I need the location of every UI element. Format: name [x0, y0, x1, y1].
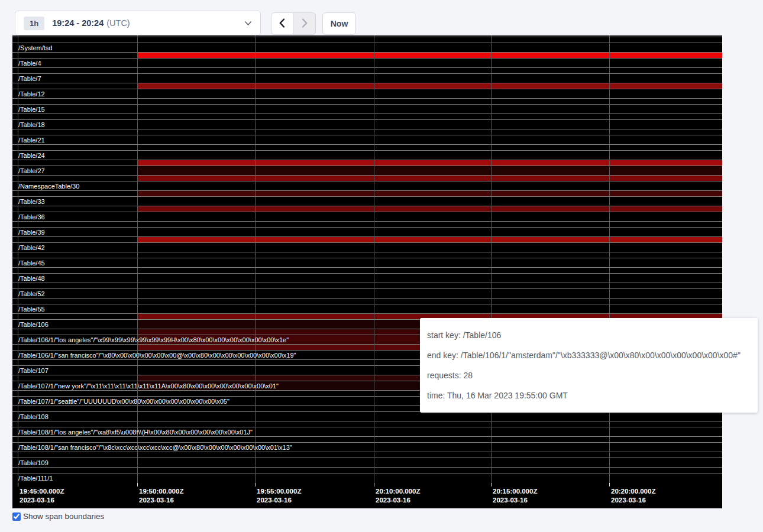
- axis-date: 2023-03-16: [257, 496, 301, 505]
- span-strip[interactable]: [12, 206, 722, 212]
- span-strip[interactable]: [12, 67, 722, 73]
- heatmap-row[interactable]: /Table/109: [12, 452, 722, 467]
- span-label-area[interactable]: /Table/52: [12, 288, 722, 298]
- span-label-area[interactable]: /Table/33: [12, 196, 722, 206]
- heatmap-row[interactable]: /Table/108/1/"los angeles"/"\xa8\xf5\u00…: [12, 421, 722, 436]
- row-label: /Table/48: [18, 274, 45, 283]
- heatmap-row[interactable]: /Table/55: [12, 298, 722, 313]
- heatmap-row[interactable]: /Table/33: [12, 190, 722, 206]
- span-strip[interactable]: [12, 113, 722, 119]
- span-label-area[interactable]: /Table/42: [12, 242, 722, 252]
- span-label-area[interactable]: /Table/15: [12, 104, 722, 113]
- row-label: /Table/55: [18, 305, 45, 313]
- heat-band[interactable]: [138, 160, 722, 166]
- row-label: /Table/7: [18, 74, 41, 83]
- row-label: /Table/106: [18, 320, 49, 329]
- next-time-button[interactable]: [293, 12, 316, 35]
- span-strip[interactable]: [12, 221, 722, 227]
- heat-band[interactable]: [138, 237, 722, 242]
- span-strip[interactable]: [12, 283, 722, 288]
- time-range-select[interactable]: 1h 19:24 - 20:24 (UTC): [15, 11, 261, 35]
- span-strip[interactable]: [12, 267, 722, 273]
- row-label: /Table/36: [18, 213, 45, 221]
- row-label: /Table/42: [18, 244, 45, 252]
- span-strip[interactable]: [12, 98, 722, 104]
- row-label: /Table/45: [18, 259, 45, 267]
- heatmap-row[interactable]: /Table/108/1/"san francisco"/"\x8c\xcc\x…: [12, 436, 722, 452]
- heatmap-row[interactable]: /Table/27: [12, 160, 722, 175]
- heatmap-row[interactable]: /Table/4: [12, 52, 722, 67]
- heatmap-row[interactable]: /Table/42: [12, 236, 722, 252]
- span-label-area[interactable]: /Table/7: [12, 73, 722, 83]
- span-label-area[interactable]: /Table/27: [12, 166, 722, 175]
- heatmap-row[interactable]: /NamespaceTable/30: [12, 175, 722, 190]
- span-strip[interactable]: [12, 452, 722, 458]
- span-label-area[interactable]: /Table/4: [12, 58, 722, 67]
- span-strip[interactable]: [12, 175, 722, 181]
- show-span-boundaries-control[interactable]: Show span boundaries: [12, 512, 104, 521]
- span-label-area[interactable]: /Table/18: [12, 119, 722, 129]
- heatmap-row[interactable]: /Table/15: [12, 98, 722, 113]
- heatmap-row[interactable]: /Table/18: [12, 113, 722, 129]
- heatmap-row[interactable]: /Table/7: [12, 67, 722, 83]
- span-label-area[interactable]: /Table/111/1: [12, 473, 722, 482]
- heat-band[interactable]: [138, 83, 722, 89]
- span-strip[interactable]: [12, 252, 722, 258]
- span-strip[interactable]: [12, 129, 722, 135]
- span-label-area[interactable]: /Table/36: [12, 212, 722, 221]
- span-label-area[interactable]: /NamespaceTable/30: [12, 181, 722, 190]
- span-label-area[interactable]: /Table/24: [12, 150, 722, 160]
- prev-time-button[interactable]: [271, 12, 293, 35]
- heatmap-row[interactable]: /Table/36: [12, 206, 722, 221]
- span-strip[interactable]: [12, 144, 722, 150]
- span-strip[interactable]: [12, 160, 722, 166]
- span-label-area[interactable]: /Table/12: [12, 89, 722, 98]
- span-label-area[interactable]: /Table/108/1/"san francisco"/"\x8c\xcc\x…: [12, 442, 722, 452]
- span-strip[interactable]: [12, 436, 722, 442]
- heat-band[interactable]: [138, 53, 722, 58]
- axis-tick-label: 19:55:00.000Z2023-03-16: [257, 487, 301, 505]
- axis-tick-label: 19:50:00.000Z2023-03-16: [139, 487, 183, 505]
- span-label-area[interactable]: /Table/55: [12, 304, 722, 313]
- heatmap-row[interactable]: /Table/52: [12, 283, 722, 298]
- span-strip[interactable]: [12, 467, 722, 473]
- heat-band[interactable]: [138, 176, 722, 181]
- heatmap-row[interactable]: /Table/45: [12, 252, 722, 267]
- heatmap-row[interactable]: /Table/39: [12, 221, 722, 236]
- span-label-area[interactable]: /Table/109: [12, 458, 722, 467]
- span-strip[interactable]: [12, 236, 722, 242]
- span-strip[interactable]: [12, 52, 722, 58]
- heat-band[interactable]: [138, 191, 722, 196]
- row-label: /Table/27: [18, 167, 45, 175]
- show-span-boundaries-label: Show span boundaries: [23, 512, 104, 521]
- key-visualizer-canvas[interactable]: /System/tsd/Table/4/Table/7/Table/12/Tab…: [12, 35, 722, 508]
- show-span-boundaries-checkbox[interactable]: [12, 512, 21, 521]
- heatmap-row[interactable]: /System/tsd: [12, 37, 722, 52]
- span-strip[interactable]: [12, 298, 722, 304]
- span-label-area[interactable]: /Table/108: [12, 411, 722, 421]
- span-label-area[interactable]: /Table/108/1/"los angeles"/"\xa8\xf5\u00…: [12, 427, 722, 436]
- span-strip[interactable]: [12, 421, 722, 427]
- time-gridline: [255, 35, 256, 483]
- span-strip[interactable]: [12, 190, 722, 196]
- row-label: /Table/39: [18, 228, 45, 236]
- time-gridline: [374, 35, 374, 483]
- now-button[interactable]: Now: [322, 12, 356, 35]
- heatmap-row[interactable]: /Table/48: [12, 267, 722, 283]
- span-label-area[interactable]: /System/tsd: [12, 43, 722, 52]
- heatmap-row[interactable]: /Table/111/1: [12, 467, 722, 482]
- span-label-area[interactable]: /Table/39: [12, 227, 722, 236]
- span-strip[interactable]: [12, 83, 722, 89]
- span-strip[interactable]: [12, 37, 722, 43]
- heat-band[interactable]: [138, 206, 722, 212]
- heatmap-row[interactable]: /Table/21: [12, 129, 722, 144]
- heatmap-row[interactable]: /Table/12: [12, 83, 722, 98]
- tooltip-end-key: end key: /Table/106/1/"amsterdam"/"\xb33…: [420, 345, 758, 365]
- span-label-area[interactable]: /Table/45: [12, 258, 722, 267]
- span-label-area[interactable]: /Table/21: [12, 135, 722, 144]
- heatmap-row[interactable]: /Table/24: [12, 144, 722, 160]
- heat-band[interactable]: [138, 166, 722, 175]
- span-label-area[interactable]: /Table/48: [12, 273, 722, 283]
- row-label: /Table/108/1/"san francisco"/"\x8c\xcc\x…: [18, 443, 292, 452]
- tooltip-start-key: start key: /Table/106: [420, 325, 758, 345]
